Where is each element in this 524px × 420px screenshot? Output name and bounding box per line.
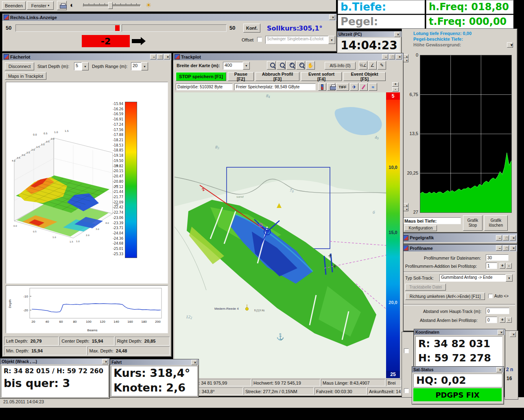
event-objekt-button[interactable]: Event Objekt [F5]: [343, 72, 386, 81]
close-button[interactable]: ×: [164, 54, 170, 59]
maximize-button[interactable]: □: [503, 235, 509, 241]
abstand-field[interactable]: 0: [486, 308, 509, 314]
zoom-window-button[interactable]: [277, 61, 286, 70]
minimize-button[interactable]: –: [496, 245, 502, 251]
minimize-button[interactable]: –: [382, 54, 388, 59]
chevron-down-icon[interactable]: ▼: [141, 62, 148, 70]
close-button[interactable]: ×: [329, 15, 335, 20]
uhrzeit-titlebar[interactable]: Uhrzeit (PC) ×: [337, 31, 402, 37]
close-button[interactable]: ×: [510, 332, 516, 337]
chevron-down-icon[interactable]: ▼: [506, 274, 513, 282]
svg-text:2.0: 2.0: [86, 234, 90, 236]
typ-soll-track-combo[interactable]: Gummiband Anfang -> Ende ▼: [439, 274, 513, 282]
zoom-out-button[interactable]: −: [296, 61, 305, 70]
close-button[interactable]: ×: [191, 360, 197, 365]
measure-pencil-button[interactable]: ✎: [378, 61, 386, 70]
close-button[interactable]: ×: [510, 235, 516, 241]
zoom-fit-button[interactable]: [267, 61, 276, 70]
sat-status-window: Sat-Status × HQ: 0,02 PDGPS FIX: [412, 366, 504, 405]
chevron-down-icon[interactable]: ▼: [243, 62, 250, 70]
abstand2-minus-button[interactable]: -: [506, 317, 512, 323]
scale-minus-button[interactable]: -: [392, 87, 399, 92]
maximize-button[interactable]: □: [157, 54, 163, 59]
maximize-button[interactable]: □: [389, 54, 395, 59]
depth-range-combo[interactable]: 20 ▼: [131, 62, 148, 70]
close-button[interactable]: ×: [496, 367, 502, 372]
window-title: Fächerlot: [10, 55, 31, 59]
maps-in-trackplot-button[interactable]: Maps in Trackplot: [5, 72, 46, 80]
angle-button[interactable]: ∠: [368, 61, 377, 70]
minimize-button[interactable]: –: [496, 235, 502, 241]
pegelgrafik-titlebar[interactable]: Pegelgrafik – □ ×: [402, 233, 517, 242]
rechts-links-titlebar[interactable]: Rechts-Links-Anzeige ×: [2, 14, 336, 21]
auto-label: Auto <>: [494, 294, 509, 298]
event-sofort-button[interactable]: Event sofort [F4]: [301, 72, 342, 81]
hq-value: HQ: 0,02: [416, 374, 466, 386]
map-color-scale: 5 10,0 15,0 20,0 25: [386, 92, 400, 378]
plane-overlay-button[interactable]: ✈: [350, 83, 358, 91]
brightness-icon[interactable]: ☀: [146, 1, 151, 9]
minimize-button[interactable]: –: [150, 54, 156, 59]
maximize-button[interactable]: □: [503, 245, 509, 251]
brightness-slider[interactable]: [83, 2, 140, 9]
svg-text:4.0: 4.0: [12, 160, 15, 162]
konfiguration-button[interactable]: Konfiguration: [404, 225, 437, 231]
sat-status-titlebar[interactable]: Sat-Status ×: [412, 367, 504, 372]
abstand2-plus-button[interactable]: +: [500, 317, 505, 323]
trackplot-titlebar[interactable]: Trackplot – □ ×: [173, 53, 403, 60]
beenden-menu[interactable]: Beenden: [2, 1, 26, 10]
start-depth-combo[interactable]: 5 ▼: [74, 62, 89, 70]
close-button[interactable]: ×: [394, 32, 400, 37]
pause-button[interactable]: Pause [F2]: [228, 72, 254, 81]
pan-button[interactable]: ✋: [306, 61, 315, 70]
addition-plus-button[interactable]: +: [500, 263, 505, 269]
richtung-umkehren-button[interactable]: Richtung umkehren (Anf<->Ende) [F11]: [405, 293, 485, 300]
svg-text:0.0: 0.0: [51, 138, 55, 140]
slider-thumb[interactable]: [108, 2, 113, 9]
zoom-in-button[interactable]: +: [286, 61, 295, 70]
echosounder-combo[interactable]: Schwinger Singlebeam-Echolot ▼: [265, 36, 335, 44]
b-tiefe-readout: b.Tiefe:: [338, 0, 425, 14]
disconnect-button[interactable]: Disconnect: [5, 62, 34, 70]
offset-checkbox[interactable]: [257, 37, 262, 42]
koordinaten-titlebar[interactable]: Koordinaten ×: [414, 329, 505, 335]
grafik-stop-button[interactable]: Grafik Stop: [463, 215, 483, 231]
faecherlot-titlebar[interactable]: Fächerlot – □ ×: [2, 53, 171, 60]
contrast-icon[interactable]: ◐: [70, 1, 74, 9]
close-button[interactable]: ×: [498, 330, 504, 335]
chevron-down-icon[interactable]: ▼: [328, 36, 335, 44]
grafik-loeschen-button[interactable]: Grafik löschen: [484, 215, 508, 231]
brush-button[interactable]: [359, 83, 368, 91]
ais-info-button[interactable]: AIS-Info (0): [325, 62, 356, 70]
profilnummer-field[interactable]: 30: [486, 254, 509, 261]
close-button[interactable]: ×: [396, 54, 402, 59]
addition-minus-button[interactable]: -: [506, 263, 512, 269]
chevron-down-icon[interactable]: ▼: [507, 42, 513, 48]
tracktabelle-button[interactable]: Tracktabelle Datei: [405, 284, 446, 291]
h-freq-readout: h.Freq: 018,80: [426, 0, 513, 14]
objekt-titlebar[interactable]: Objekt (Wrack , ...) ×: [0, 359, 109, 364]
close-button[interactable]: ×: [510, 245, 516, 251]
fahrt-titlebar[interactable]: Fahrt ×: [110, 359, 199, 365]
stop-speichern-button[interactable]: STOP speichern [F1]: [176, 72, 226, 81]
print-map-button[interactable]: [327, 83, 335, 91]
print-button[interactable]: [57, 1, 67, 10]
trackplot-map[interactable]: 2 84 83 49 70 6 122: [175, 92, 386, 378]
tiff-button[interactable]: TIFF: [336, 83, 349, 91]
konf-button[interactable]: Konf.: [243, 24, 260, 33]
addition-field[interactable]: 1: [486, 262, 497, 269]
screenshot-button[interactable]: [318, 83, 326, 91]
abstand2-field[interactable]: 0: [486, 317, 497, 323]
window-icon: [4, 54, 9, 59]
wave-button[interactable]: ≈: [369, 83, 377, 91]
abbruch-profil-button[interactable]: Abbruch Profil [F3]: [255, 72, 299, 81]
map-width-combo[interactable]: 400 ▼: [223, 62, 250, 70]
chevron-down-icon[interactable]: ▼: [82, 62, 89, 70]
trackplot-status-row2: Anf.->Maus: 343,8°Strecke: 277,2m / 0,15…: [175, 387, 401, 395]
profilname-titlebar[interactable]: Profilname – □ ×: [402, 245, 517, 252]
auto-checkbox[interactable]: [488, 294, 493, 298]
angle-half-button[interactable]: ½∠: [359, 61, 367, 70]
close-button[interactable]: ×: [102, 359, 108, 364]
fenster-menu[interactable]: Fenster ▾: [27, 1, 54, 10]
scale-plus-button[interactable]: +: [392, 82, 399, 87]
